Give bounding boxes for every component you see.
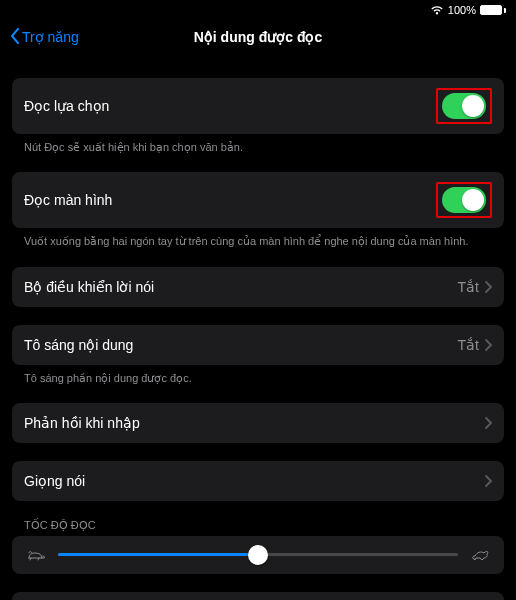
- row-value: Tắt: [458, 337, 479, 353]
- wifi-icon: [430, 5, 444, 15]
- row-footer: Vuốt xuống bằng hai ngón tay từ trên cùn…: [12, 228, 504, 248]
- chevron-left-icon: [10, 28, 20, 47]
- chevron-right-icon: [485, 417, 492, 429]
- page-title: Nội dung được đọc: [194, 29, 323, 45]
- hare-icon: [470, 548, 490, 562]
- chevron-right-icon: [485, 281, 492, 293]
- back-button[interactable]: Trợ năng: [10, 28, 79, 47]
- section-header: TỐC ĐỘ ĐỌC: [12, 519, 504, 536]
- speak-screen-toggle[interactable]: [442, 187, 486, 213]
- voices-row[interactable]: Giọng nói: [12, 461, 504, 501]
- pronunciations-row[interactable]: Phát âm: [12, 592, 504, 600]
- row-label: Bộ điều khiển lời nói: [24, 279, 154, 295]
- highlight-annotation: [436, 182, 492, 218]
- row-footer: Tô sáng phần nội dung được đọc.: [12, 365, 504, 385]
- chevron-right-icon: [485, 475, 492, 487]
- row-label: Đọc lựa chọn: [24, 98, 109, 114]
- speech-controller-row[interactable]: Bộ điều khiển lời nói Tắt: [12, 267, 504, 307]
- speak-screen-row[interactable]: Đọc màn hình: [12, 172, 504, 228]
- highlight-content-row[interactable]: Tô sáng nội dung Tắt: [12, 325, 504, 365]
- highlight-annotation: [436, 88, 492, 124]
- tortoise-icon: [26, 548, 46, 562]
- row-label: Giọng nói: [24, 473, 85, 489]
- speak-selection-row[interactable]: Đọc lựa chọn: [12, 78, 504, 134]
- battery-icon: [480, 5, 506, 15]
- row-label: Đọc màn hình: [24, 192, 112, 208]
- typing-feedback-row[interactable]: Phản hồi khi nhập: [12, 403, 504, 443]
- row-value: Tắt: [458, 279, 479, 295]
- speaking-rate-slider[interactable]: [58, 553, 458, 556]
- status-bar: 100%: [0, 0, 516, 18]
- battery-percentage: 100%: [448, 4, 476, 16]
- navigation-bar: Trợ năng Nội dung được đọc: [0, 18, 516, 56]
- speaking-rate-row: [12, 536, 504, 574]
- slider-thumb[interactable]: [248, 545, 268, 565]
- row-footer: Nút Đọc sẽ xuất hiện khi bạn chọn văn bả…: [12, 134, 504, 154]
- chevron-right-icon: [485, 339, 492, 351]
- speak-selection-toggle[interactable]: [442, 93, 486, 119]
- back-label: Trợ năng: [22, 29, 79, 45]
- row-label: Phản hồi khi nhập: [24, 415, 140, 431]
- row-label: Tô sáng nội dung: [24, 337, 133, 353]
